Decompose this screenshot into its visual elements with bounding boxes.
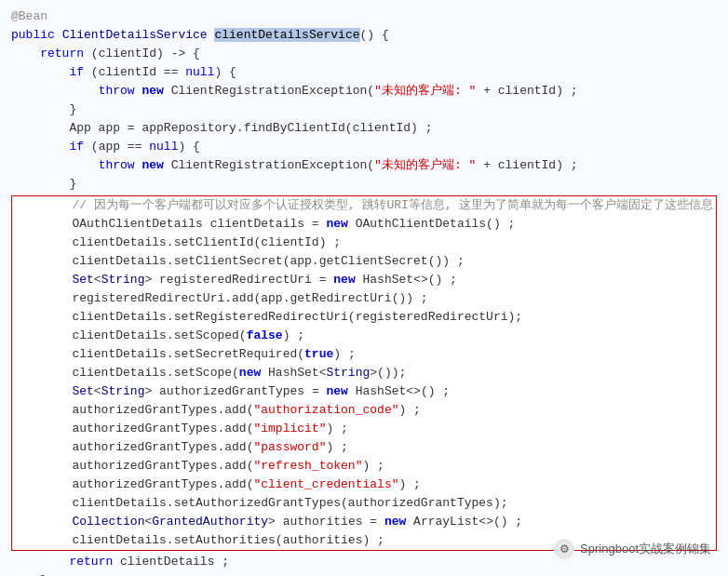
set-authorized-grant-types-line: clientDetails.setAuthorizedGrantTypes(au… xyxy=(14,494,714,513)
boxed-code-section: // 因为每一个客户端都可以对应多个认证授权类型, 跳转URI等信息, 这里为了… xyxy=(11,195,717,551)
add-client-credentials-line: authorizedGrantTypes.add("client_credent… xyxy=(14,476,714,494)
watermark: ⚙ Springboot实战案例锦集 xyxy=(554,539,711,559)
close-brace-2: } xyxy=(11,175,717,194)
add-auth-code-line: authorizedGrantTypes.add("authorization_… xyxy=(14,401,714,420)
authorities-var-line: Collection<GrantedAuthority> authorities… xyxy=(14,513,714,531)
set-redirect-uri-line: Set<String> registeredRedirectUri = new … xyxy=(14,271,714,289)
if-app-null: if (app == null) { xyxy=(11,138,717,156)
add-redirect-line: registeredRedirectUri.add(app.getRedirec… xyxy=(14,289,714,308)
new-oauth-line: OAuthClientDetails clientDetails = new O… xyxy=(14,215,714,234)
throw-line-1: throw new ClientRegistrationException("未… xyxy=(11,82,717,100)
app-line: App app = appRepository.findByClientId(c… xyxy=(11,119,717,138)
add-refresh-token-line: authorizedGrantTypes.add("refresh_token"… xyxy=(14,457,714,476)
set-scoped-line: clientDetails.setScoped(false) ; xyxy=(14,327,714,345)
annotation-line: @Bean xyxy=(11,7,717,26)
watermark-text: Springboot实战案例锦集 xyxy=(580,541,711,557)
set-clientid-line: clientDetails.setClientId(clientId) ; xyxy=(14,234,714,252)
close-lambda: } ; xyxy=(11,571,717,576)
comment-line: // 因为每一个客户端都可以对应多个认证授权类型, 跳转URI等信息, 这里为了… xyxy=(14,196,714,215)
throw-line-2: throw new ClientRegistrationException("未… xyxy=(11,156,717,175)
set-scope-line: clientDetails.setScope(new HashSet<Strin… xyxy=(14,364,714,382)
method-signature-line: public ClientDetailsService clientDetail… xyxy=(11,26,717,45)
add-password-line: authorizedGrantTypes.add("password") ; xyxy=(14,438,714,457)
set-secret-line: clientDetails.setClientSecret(app.getCli… xyxy=(14,252,714,271)
set-secret-required-line: clientDetails.setSecretRequired(true) ; xyxy=(14,345,714,364)
return-line: return (clientId) -> { xyxy=(11,45,717,63)
close-brace-1: } xyxy=(11,100,717,119)
set-registered-redirect-line: clientDetails.setRegisteredRedirectUri(r… xyxy=(14,308,714,327)
watermark-icon: ⚙ xyxy=(554,539,574,559)
add-implicit-line: authorizedGrantTypes.add("implicit") ; xyxy=(14,420,714,438)
grant-types-var-line: Set<String> authorizedGrantTypes = new H… xyxy=(14,382,714,401)
code-container: @Bean public ClientDetailsService client… xyxy=(0,0,728,576)
if-null-line: if (clientId == null) { xyxy=(11,63,717,82)
